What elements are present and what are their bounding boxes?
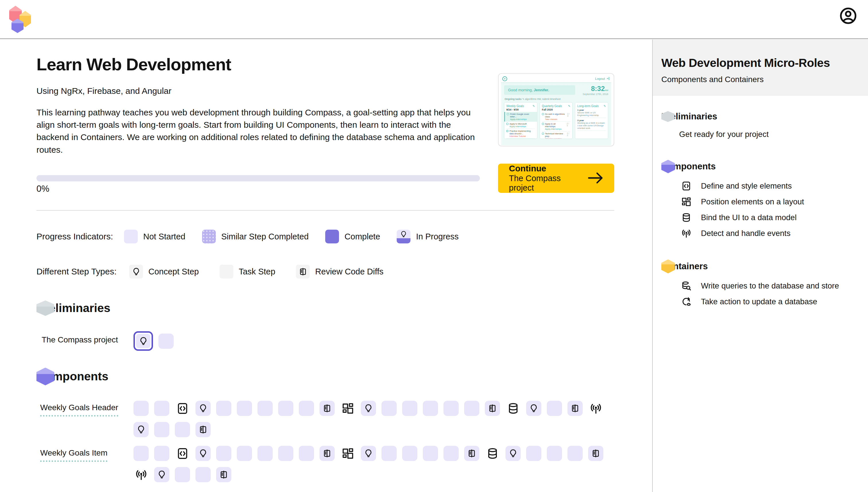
step-diff[interactable] xyxy=(216,467,231,482)
step-task[interactable] xyxy=(257,446,273,461)
progress-bar xyxy=(36,175,480,181)
step-task[interactable] xyxy=(299,446,314,461)
step-task[interactable] xyxy=(444,401,459,416)
step-task[interactable] xyxy=(133,446,149,461)
sidebar-group-containers: Containers Write queries to the database… xyxy=(661,261,863,310)
preview-logout-link: Logout xyxy=(595,77,610,81)
step-task[interactable] xyxy=(278,446,293,461)
sidebar-item-detect-and-handle-events: Detect and handle events xyxy=(681,225,863,241)
role-marker-layout-icon xyxy=(340,401,355,416)
step-task[interactable] xyxy=(133,401,149,416)
step-concept[interactable] xyxy=(154,467,169,482)
step-concept[interactable] xyxy=(196,446,211,461)
preview-card-weekly-goals: Weekly Goals✎9/24 - 9/30Finish Google co… xyxy=(504,102,537,139)
step-types-label: Different Step Types: xyxy=(36,267,129,276)
legend-label: Review Code Diffs xyxy=(315,267,383,276)
step-task[interactable] xyxy=(196,467,211,482)
step-task[interactable] xyxy=(154,422,169,437)
sidebar-title: Web Development Micro-Roles xyxy=(661,56,857,70)
step-diff[interactable] xyxy=(320,446,335,461)
step-task[interactable] xyxy=(526,446,541,461)
step-concept[interactable] xyxy=(361,401,376,416)
step-task[interactable] xyxy=(423,446,438,461)
task-step-square xyxy=(220,265,233,278)
step-concept[interactable] xyxy=(133,422,149,437)
step-task[interactable] xyxy=(278,401,293,416)
section-divider xyxy=(36,210,614,211)
user-menu-button[interactable] xyxy=(839,6,858,25)
row-label-compass-project: The Compass project xyxy=(42,335,118,344)
role-marker-database-icon xyxy=(485,446,500,461)
user-avatar-icon xyxy=(839,22,858,26)
arrow-right-icon xyxy=(587,171,605,186)
step-types-legend: Different Step Types: Concept StepTask S… xyxy=(36,265,383,278)
steps-weekly-goals-item xyxy=(133,446,603,488)
continue-label: Continue xyxy=(509,164,587,174)
step-task[interactable] xyxy=(423,401,438,416)
sidebar-item-define-and-style-elements: Define and style elements xyxy=(681,178,863,194)
step-concept[interactable] xyxy=(526,401,541,416)
preview-card-long-term-goals: Long-term Goals✎1 yearSecure SWE or UX E… xyxy=(575,102,608,139)
step-concept[interactable] xyxy=(505,446,521,461)
step-task[interactable] xyxy=(568,446,583,461)
preview-ongoing-tasks: Ongoing tasks ✎ algorithms HW, submit ti… xyxy=(504,98,607,100)
step-diff[interactable] xyxy=(485,401,500,416)
step-task[interactable] xyxy=(444,446,459,461)
legend-item-complete: Complete xyxy=(325,230,380,243)
micro-roles-sidebar: Web Development Micro-Roles Components a… xyxy=(652,40,868,492)
course-main: Learn Web Development Using NgRx, Fireba… xyxy=(0,40,652,492)
legend-item-not-started: Not Started xyxy=(124,230,185,243)
step-task[interactable] xyxy=(547,446,562,461)
step-task[interactable] xyxy=(299,401,314,416)
step-task[interactable] xyxy=(402,446,417,461)
course-subtitle: Using NgRx, Firebase, and Angular xyxy=(36,86,171,96)
progress-indicators-legend: Progress Indicators: Not StartedSimilar … xyxy=(36,230,459,243)
step-task[interactable] xyxy=(237,401,252,416)
legend-swatch-not-started xyxy=(124,230,138,243)
page: Learn Web Development Using NgRx, Fireba… xyxy=(0,0,868,492)
step-task[interactable] xyxy=(216,446,231,461)
step-task[interactable] xyxy=(175,422,190,437)
step-concept[interactable] xyxy=(361,446,376,461)
row-label-weekly-goals-item[interactable]: Weekly Goals Item xyxy=(40,448,107,462)
steps-compass-project xyxy=(133,331,174,357)
continue-button[interactable]: Continue The Compass project xyxy=(498,164,614,193)
step-task[interactable] xyxy=(237,446,252,461)
step-diff[interactable] xyxy=(464,446,479,461)
app-logo[interactable] xyxy=(8,4,33,34)
progress-indicators-label: Progress Indicators: xyxy=(36,232,124,241)
step-task[interactable] xyxy=(158,334,174,349)
course-description: This learning pathway teaches you web de… xyxy=(36,106,484,156)
step-task[interactable] xyxy=(154,401,169,416)
step-concept[interactable] xyxy=(196,401,211,416)
step-task[interactable] xyxy=(175,467,190,482)
sidebar-item-bind-the-ui-to-a-data-model: Bind the UI to a data model xyxy=(681,210,863,225)
step-task[interactable] xyxy=(216,401,231,416)
step-concept[interactable] xyxy=(136,334,150,348)
sidebar-item-label: Position elements on a layout xyxy=(701,197,804,206)
legend-swatch-similar xyxy=(202,230,216,243)
db-search-icon xyxy=(681,281,692,291)
page-title: Learn Web Development xyxy=(36,54,231,74)
step-diff[interactable] xyxy=(568,401,583,416)
step-diff[interactable] xyxy=(196,422,211,437)
legend-swatch-in-progress xyxy=(397,230,411,243)
diff-icon xyxy=(296,265,310,278)
step-task[interactable] xyxy=(402,401,417,416)
step-task[interactable] xyxy=(154,446,169,461)
step-task[interactable] xyxy=(257,401,273,416)
step-task[interactable] xyxy=(381,446,397,461)
step-row xyxy=(133,422,603,437)
step-diff[interactable] xyxy=(320,401,335,416)
steps-weekly-goals-header xyxy=(133,401,603,443)
active-step-ring[interactable] xyxy=(133,331,153,351)
step-task[interactable] xyxy=(547,401,562,416)
step-diff[interactable] xyxy=(588,446,603,461)
database-icon xyxy=(681,213,692,223)
step-task[interactable] xyxy=(381,401,397,416)
step-task[interactable] xyxy=(464,401,479,416)
course-preview-thumbnail: ➤ Logout Good morning, Jennifer. 8:32AM … xyxy=(498,73,614,146)
top-bar xyxy=(0,0,868,39)
code-icon xyxy=(681,181,692,191)
row-label-weekly-goals-header[interactable]: Weekly Goals Header xyxy=(40,403,118,417)
